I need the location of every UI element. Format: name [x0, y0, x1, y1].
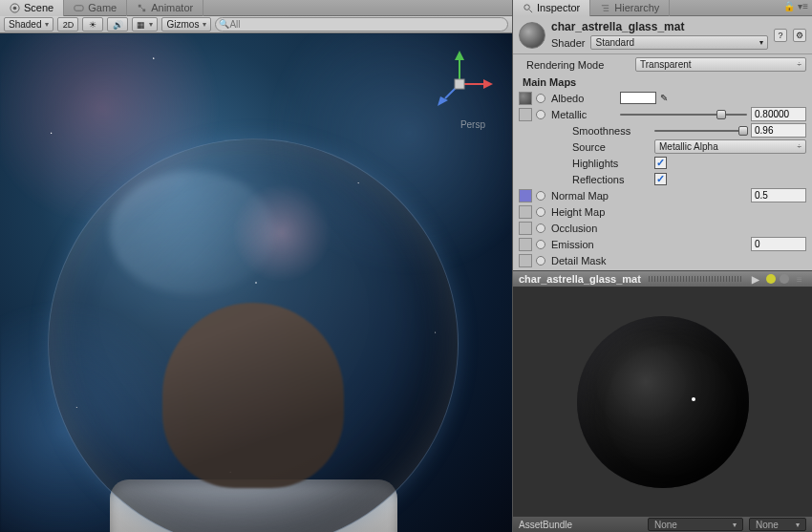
height-picker[interactable]	[536, 207, 545, 217]
scene-toolbar: Shaded▾ 2D ☀ 🔊 ▦▾ Gizmos▾ 🔍	[0, 16, 512, 33]
scene-search-input[interactable]	[215, 17, 508, 32]
material-properties: Rendering Mode Transparent÷ Main Maps Al…	[513, 54, 812, 270]
tab-animator[interactable]: Animator	[127, 0, 203, 16]
draw-mode-dropdown[interactable]: Shaded▾	[4, 17, 53, 32]
right-tab-bar: Inspector Hierarchy 🔒 ▾≡	[513, 0, 812, 16]
assetbundle-bar: AssetBundle None▾ None▾	[513, 516, 812, 532]
panel-menu-icon[interactable]: ▾≡	[798, 1, 808, 11]
assetbundle-variant-dropdown[interactable]: None▾	[749, 518, 806, 531]
height-texture-slot[interactable]	[519, 205, 532, 219]
metallic-picker[interactable]	[536, 110, 545, 119]
emission-value[interactable]	[751, 237, 806, 251]
emission-picker[interactable]	[536, 240, 545, 249]
svg-rect-4	[143, 9, 146, 11]
toggle-fx[interactable]: ▦▾	[132, 17, 158, 32]
light-icon: ☀	[89, 20, 96, 30]
detailmask-texture-slot[interactable]	[519, 254, 532, 267]
smoothness-value[interactable]	[751, 123, 806, 138]
scene-search: 🔍	[215, 17, 508, 32]
occlusion-label: Occlusion	[549, 223, 662, 234]
svg-line-14	[529, 10, 532, 12]
preview-header[interactable]: char_astrella_glass_mat ▶ ≡	[513, 270, 812, 287]
svg-marker-7	[483, 79, 493, 89]
panel-lock-icon[interactable]: 🔒	[783, 1, 795, 11]
gizmos-dropdown[interactable]: Gizmos▾	[161, 17, 211, 32]
left-tab-bar: Scene Game Animator	[0, 0, 512, 16]
tab-animator-label: Animator	[151, 2, 193, 13]
emission-texture-slot[interactable]	[519, 238, 532, 251]
scene-pane: Scene Game Animator Shaded▾ 2D ☀ 🔊 ▦▾ Gi…	[0, 0, 513, 532]
preview-menu-icon[interactable]: ≡	[793, 272, 806, 286]
height-label: Height Map	[549, 206, 662, 218]
rendering-mode-dropdown[interactable]: Transparent÷	[635, 57, 806, 72]
tab-scene[interactable]: Scene	[0, 0, 64, 16]
occlusion-texture-slot[interactable]	[519, 222, 532, 235]
metallic-value[interactable]	[751, 107, 806, 121]
albedo-texture-slot[interactable]	[519, 92, 532, 105]
metallic-slider[interactable]	[620, 107, 747, 121]
metallic-label: Metallic	[549, 109, 616, 120]
albedo-picker[interactable]	[536, 94, 545, 103]
inspector-icon	[523, 3, 533, 13]
search-icon: 🔍	[219, 19, 229, 29]
animator-icon	[137, 3, 147, 13]
metallic-texture-slot[interactable]	[519, 108, 532, 121]
fx-icon: ▦	[137, 20, 145, 30]
albedo-label: Albedo	[549, 93, 616, 104]
material-preview[interactable]	[513, 287, 812, 516]
main-maps-header: Main Maps	[519, 73, 806, 90]
reflections-checkbox[interactable]: ✓	[654, 173, 667, 185]
smoothness-slider[interactable]	[654, 123, 747, 138]
svg-rect-3	[139, 4, 141, 7]
material-preview-icon	[519, 22, 545, 49]
reflections-label: Reflections	[519, 174, 651, 185]
toggle-lighting[interactable]: ☀	[82, 17, 103, 32]
preview-light1-icon[interactable]	[766, 274, 776, 284]
highlights-label: Highlights	[519, 158, 651, 169]
material-header: char_astrella_glass_mat Shader Standard▾…	[513, 16, 812, 54]
emission-label: Emission	[549, 239, 747, 250]
help-icon[interactable]: ?	[774, 29, 787, 42]
preview-light2-icon[interactable]	[780, 274, 789, 284]
gear-icon[interactable]: ⚙	[793, 29, 806, 42]
preview-sphere	[577, 316, 749, 488]
shader-dropdown[interactable]: Standard▾	[590, 35, 768, 50]
detailmask-picker[interactable]	[536, 256, 545, 266]
orientation-gizmo[interactable]	[426, 51, 493, 117]
albedo-color[interactable]	[620, 92, 656, 104]
svg-rect-12	[455, 79, 464, 89]
tab-inspector[interactable]: Inspector	[513, 0, 590, 16]
svg-line-5	[141, 7, 143, 9]
svg-point-1	[13, 6, 17, 10]
eyedropper-icon[interactable]: ✎	[660, 93, 672, 103]
hierarchy-icon	[600, 3, 610, 13]
tab-game[interactable]: Game	[64, 0, 127, 16]
detailmask-label: Detail Mask	[549, 255, 662, 266]
tab-game-label: Game	[88, 2, 117, 13]
preview-title: char_astrella_glass_mat	[519, 273, 641, 285]
preview-play-icon[interactable]: ▶	[749, 272, 762, 286]
material-name: char_astrella_glass_mat	[551, 20, 768, 33]
svg-marker-9	[455, 51, 464, 60]
normal-value[interactable]	[751, 188, 806, 202]
tab-hierarchy-label: Hierarchy	[614, 2, 659, 13]
occlusion-picker[interactable]	[536, 223, 545, 233]
astronaut-helmet	[48, 138, 459, 532]
inspector-pane: Inspector Hierarchy 🔒 ▾≡ char_astrella_g…	[513, 0, 812, 532]
audio-icon: 🔊	[113, 20, 123, 30]
toggle-audio[interactable]: 🔊	[107, 17, 128, 32]
scene-viewport[interactable]: Persp	[0, 33, 512, 532]
normal-label: Normal Map	[549, 190, 747, 202]
svg-point-13	[524, 4, 530, 10]
tab-scene-label: Scene	[24, 2, 53, 13]
preview-drag-handle[interactable]	[649, 276, 741, 282]
toggle-2d[interactable]: 2D	[57, 17, 78, 32]
tab-hierarchy[interactable]: Hierarchy	[590, 0, 670, 16]
scene-icon	[10, 3, 20, 13]
highlights-checkbox[interactable]: ✓	[654, 157, 667, 169]
smoothness-source-dropdown[interactable]: Metallic Alpha÷	[654, 139, 806, 154]
normal-texture-slot[interactable]	[519, 189, 532, 202]
assetbundle-name-dropdown[interactable]: None▾	[648, 518, 743, 531]
rendering-mode-label: Rendering Mode	[519, 59, 631, 71]
normal-picker[interactable]	[536, 191, 545, 201]
